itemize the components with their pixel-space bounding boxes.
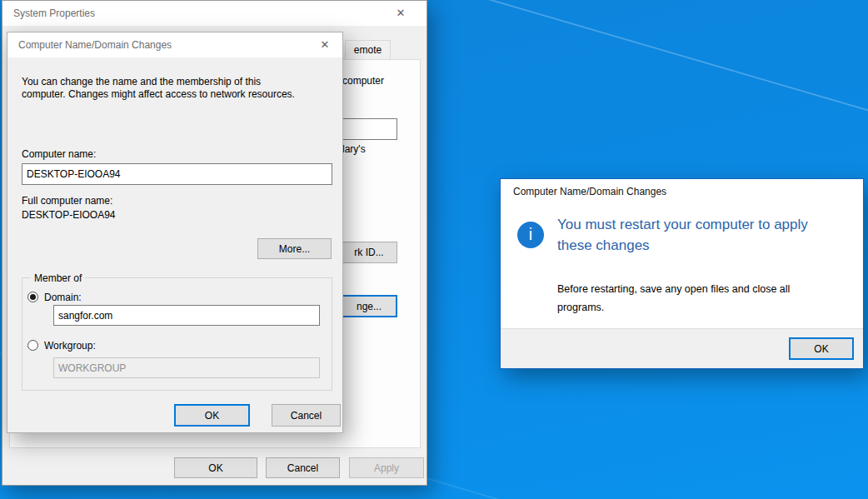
tab-remote-fragment[interactable]: emote [345,40,391,60]
full-computer-name-value: DESKTOP-EIOOA94 [22,209,115,221]
cancel-button[interactable]: Cancel [266,457,340,478]
restart-message-box: Computer Name/Domain Changes i You must … [500,178,864,369]
messagebox-body: i You must restart your computer to appl… [501,204,863,328]
domain-input[interactable] [53,305,320,326]
domain-radio[interactable] [27,292,38,302]
secondary-text-line-1: Before restarting, save any open files a… [557,280,790,298]
computer-name-input[interactable] [22,163,332,185]
change-button[interactable]: nge... [341,295,397,317]
close-icon[interactable]: ✕ [387,1,415,26]
messagebox-titlebar: Computer Name/Domain Changes [501,179,863,204]
description-line-2: computer. Changes might affect access to… [22,88,295,101]
description-line-1: You can change the name and the membersh… [22,76,295,88]
dialog-title: Computer Name/Domain Changes [18,39,172,51]
workgroup-radio[interactable] [27,340,38,351]
window-title: System Properties [13,7,95,19]
apply-button: Apply [349,457,424,478]
main-instruction-line-1: You must restart your computer to apply [557,214,808,235]
dialog-titlebar: Computer Name/Domain Changes ✕ [7,32,342,57]
dialog-description: You can change the name and the membersh… [22,76,295,101]
desktop-wallpaper: System Properties ✕ emote computer lary'… [0,0,868,499]
more-button[interactable]: More... [257,238,332,259]
ok-button[interactable]: OK [174,404,250,427]
messagebox-title: Computer Name/Domain Changes [513,186,666,197]
network-id-button[interactable]: rk ID... [341,242,397,263]
workgroup-input [53,357,320,378]
main-instruction-line-2: these changes [557,235,808,256]
member-of-label: Member of [31,272,85,284]
main-instruction: You must restart your computer to apply … [557,214,808,256]
messagebox-footer: OK [501,328,863,368]
domain-label[interactable]: Domain: [44,292,82,303]
secondary-text-line-2: programs. [557,298,790,317]
computer-name-domain-changes-dialog: Computer Name/Domain Changes ✕ You can c… [7,32,343,433]
example-text-fragment: lary's [342,143,366,155]
system-properties-titlebar: System Properties ✕ [2,1,427,26]
ok-button[interactable]: OK [174,457,257,478]
full-computer-name-label: Full computer name: [22,195,112,207]
info-icon: i [517,222,544,248]
close-icon[interactable]: ✕ [311,32,339,57]
description-text-fragment: computer [342,75,384,87]
ok-button[interactable]: OK [789,337,854,360]
cancel-button[interactable]: Cancel [272,404,341,427]
secondary-text: Before restarting, save any open files a… [557,280,790,317]
workgroup-label[interactable]: Workgroup: [44,340,96,352]
computer-name-label: Computer name: [22,148,96,160]
